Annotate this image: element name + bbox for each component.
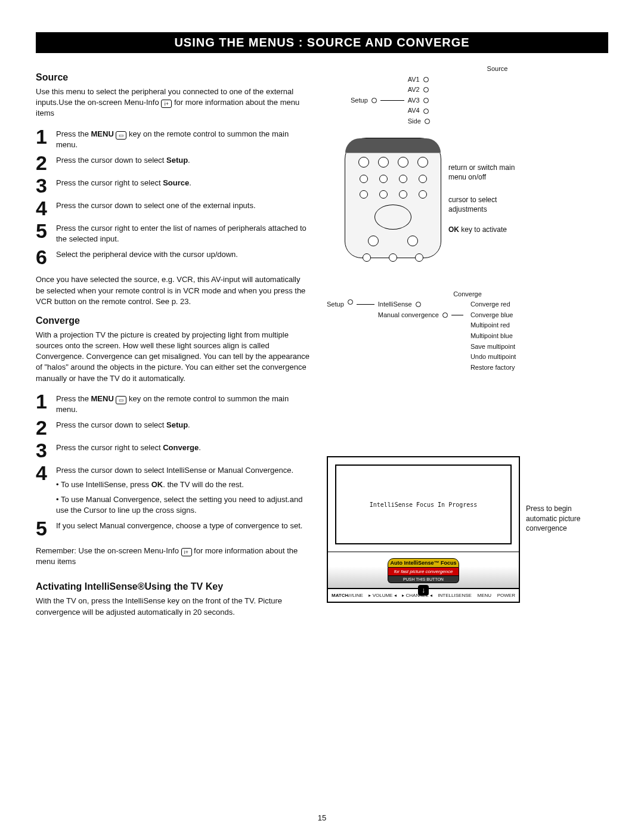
intellisense-badge: Auto IntelliSense™ Focus for fast pictur…	[388, 558, 459, 596]
step-text: Press the MENU ▭ key on the remote contr…	[56, 126, 310, 150]
tree-item: Converge red	[470, 299, 516, 310]
panel-label: POWER	[497, 593, 515, 598]
tv-screen: IntelliSense Focus In Progress	[335, 465, 512, 544]
bold: OK	[448, 225, 459, 234]
step-num: 2	[36, 153, 56, 173]
remote-button-icon	[399, 190, 407, 199]
tree-item: Converge blue	[470, 310, 516, 321]
remote-button-icon	[360, 190, 368, 199]
remote-button-icon	[398, 157, 408, 168]
tv-annotation: Press to begin automatic picture converg…	[526, 438, 586, 533]
label: Manual convergence	[378, 310, 439, 321]
activating-text: With the TV on, press the IntelliSense k…	[36, 596, 310, 617]
t: Press the cursor down to select	[56, 420, 166, 429]
source-after: Once you have selected the source, e.g. …	[36, 274, 310, 307]
badge-mid: for fast picture convergence	[388, 568, 459, 576]
label: AV3	[408, 95, 420, 106]
tree-item: Undo multipoint	[470, 352, 516, 363]
tree-item: AV2	[408, 85, 430, 95]
step-text: If you select Manual convergence, choose…	[56, 518, 302, 531]
info-icon: i+	[161, 100, 172, 108]
step-1: 1 Press the MENU ▭ key on the remote con…	[36, 126, 310, 150]
tree-item: IntelliSense	[378, 299, 463, 310]
step-text: Press the cursor down to select one of t…	[56, 198, 256, 211]
step-num: 3	[36, 175, 56, 196]
step-text: Press the cursor down to select IntelliS…	[56, 463, 310, 516]
label: Side	[408, 116, 421, 127]
step-num: 5	[36, 221, 56, 241]
label: AV2	[408, 85, 420, 95]
remote-button-icon	[368, 236, 379, 246]
tree-right: Converge red Converge blue Multipoint re…	[470, 299, 516, 373]
tree-item: AV3	[408, 95, 430, 106]
t: LINE	[352, 593, 363, 598]
converge-heading: Converge	[36, 315, 310, 326]
t: .	[199, 443, 201, 452]
line-icon	[357, 304, 374, 305]
panel-label: MENU	[477, 593, 491, 598]
source-steps: 1 Press the MENU ▭ key on the remote con…	[36, 126, 310, 268]
badge-bot: PUSH THIS BUTTON	[388, 576, 459, 583]
t: .	[188, 156, 190, 165]
menu-icon: ▭	[116, 396, 126, 404]
t: Remember: Use the on-screen Menu-Info	[36, 546, 181, 555]
step-num: 6	[36, 247, 56, 267]
tree-item: AV1	[408, 75, 430, 85]
remote-button-icon	[363, 253, 371, 262]
label: AV4	[408, 106, 420, 116]
step-5: 5 Press the cursor right to enter the li…	[36, 221, 310, 244]
remote-button-icon	[360, 175, 368, 183]
node-icon	[442, 312, 448, 318]
anno-cursor: cursor to select adjustments	[448, 195, 532, 214]
tv-illustration: IntelliSense Focus In Progress Auto Inte…	[327, 456, 520, 603]
step-num: 3	[36, 440, 56, 460]
tree-item: Side	[408, 116, 430, 127]
anno-menu: return or switch main menu on/off	[448, 163, 532, 182]
badge-top: Auto IntelliSense™ Focus	[388, 558, 459, 568]
tree-row: Setup AV1 AV2 AV3 AV4 Side	[351, 75, 608, 127]
label: IntelliSense	[378, 299, 412, 310]
menu-icon: ▭	[116, 131, 126, 140]
tree-root: Setup	[327, 299, 344, 310]
remote-button-icon	[378, 157, 389, 168]
step-6: 6 Select the peripheral device with the …	[36, 247, 310, 267]
tree-title: Source	[386, 64, 608, 75]
t: .	[188, 420, 190, 429]
step-2: 2 Press the cursor down to select Setup.	[36, 153, 310, 173]
page-number: 15	[0, 813, 644, 822]
converge-after: Remember: Use the on-screen Menu-Info i+…	[36, 546, 310, 567]
source-menu-tree: Source Setup AV1 AV2 AV3 AV4 Side	[351, 64, 608, 127]
left-column: Source Use this menu to select the perip…	[36, 64, 310, 621]
tv-block: IntelliSense Focus In Progress Auto Inte…	[327, 438, 608, 603]
line-icon	[380, 100, 404, 101]
line-icon	[451, 315, 463, 315]
c-step-1: 1 Press the MENU ▭ key on the remote con…	[36, 391, 310, 415]
step-num: 2	[36, 417, 56, 438]
label: AV1	[408, 75, 420, 85]
t: key to activate	[459, 225, 507, 234]
step-text: Press the cursor right to enter the list…	[56, 221, 310, 244]
tree-items: AV1 AV2 AV3 AV4 Side	[408, 75, 430, 127]
t: Press the	[56, 394, 91, 403]
t: . the TV will do the rest.	[163, 480, 244, 489]
bold: Setup	[166, 156, 188, 165]
node-icon	[423, 109, 429, 114]
node-icon	[371, 98, 377, 103]
bold: OK	[151, 480, 163, 489]
info-icon: i+	[181, 548, 192, 556]
step-text: Press the cursor down to select Setup.	[56, 153, 190, 166]
tree-item: Restore factory	[470, 363, 516, 373]
bold: Setup	[166, 420, 188, 429]
tree-title: Converge	[327, 289, 608, 300]
bullet-1: • To use IntelliSense, press OK. the TV …	[56, 479, 310, 490]
step-text: Press the cursor right to select Converg…	[56, 440, 201, 453]
remote-button-icon	[399, 175, 407, 183]
tree-root: Setup	[351, 95, 368, 106]
step-3: 3 Press the cursor right to select Sourc…	[36, 175, 310, 196]
remote-button-icon	[415, 253, 423, 262]
bold: MENU	[91, 394, 114, 403]
remote-control-illustration	[345, 138, 441, 258]
node-icon	[416, 302, 421, 307]
converge-intro: With a projection TV the picture is crea…	[36, 330, 310, 384]
bold: MENU	[91, 129, 114, 138]
